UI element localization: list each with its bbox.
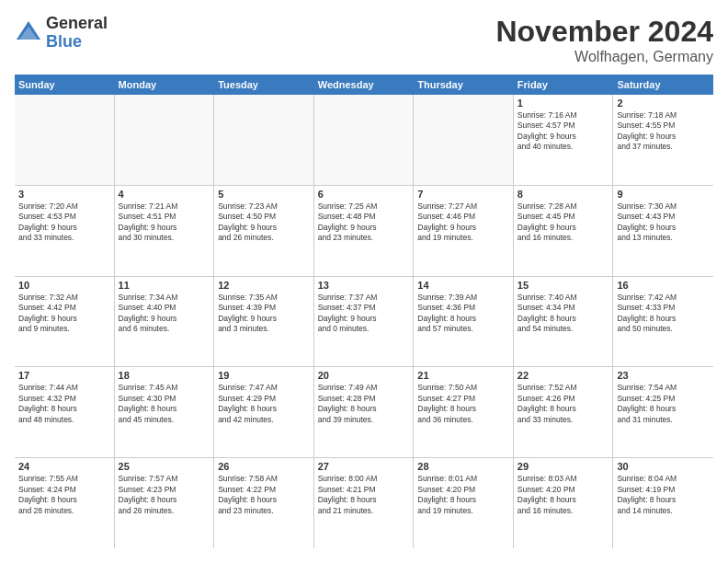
day-cell-25: 25Sunrise: 7:57 AM Sunset: 4:23 PM Dayli… <box>115 458 215 548</box>
day-cell-26: 26Sunrise: 7:58 AM Sunset: 4:22 PM Dayli… <box>214 458 314 548</box>
day-number: 30 <box>617 461 710 472</box>
day-number: 1 <box>518 98 609 109</box>
day-number: 27 <box>318 461 410 472</box>
empty-cell <box>214 95 314 185</box>
day-cell-22: 22Sunrise: 7:52 AM Sunset: 4:26 PM Dayli… <box>514 367 614 457</box>
week-1: 1Sunrise: 7:16 AM Sunset: 4:57 PM Daylig… <box>15 95 713 186</box>
day-cell-1: 1Sunrise: 7:16 AM Sunset: 4:57 PM Daylig… <box>514 95 614 185</box>
day-cell-9: 9Sunrise: 7:30 AM Sunset: 4:43 PM Daylig… <box>613 186 713 276</box>
calendar-body: 1Sunrise: 7:16 AM Sunset: 4:57 PM Daylig… <box>15 95 713 548</box>
header: General Blue November 2024 Wolfhagen, Ge… <box>15 15 713 65</box>
day-info: Sunrise: 8:00 AM Sunset: 4:21 PM Dayligh… <box>318 474 410 516</box>
day-number: 18 <box>119 370 210 381</box>
day-cell-29: 29Sunrise: 8:03 AM Sunset: 4:20 PM Dayli… <box>514 458 614 548</box>
header-day-sunday: Sunday <box>15 75 115 95</box>
day-info: Sunrise: 7:40 AM Sunset: 4:34 PM Dayligh… <box>518 293 609 335</box>
day-cell-10: 10Sunrise: 7:32 AM Sunset: 4:42 PM Dayli… <box>15 277 115 367</box>
day-info: Sunrise: 7:32 AM Sunset: 4:42 PM Dayligh… <box>18 293 110 335</box>
day-cell-5: 5Sunrise: 7:23 AM Sunset: 4:50 PM Daylig… <box>214 186 314 276</box>
header-day-wednesday: Wednesday <box>314 75 415 95</box>
day-number: 24 <box>18 461 110 472</box>
day-number: 19 <box>218 370 310 381</box>
day-cell-24: 24Sunrise: 7:55 AM Sunset: 4:24 PM Dayli… <box>15 458 115 548</box>
day-number: 14 <box>417 280 509 291</box>
day-info: Sunrise: 7:18 AM Sunset: 4:55 PM Dayligh… <box>617 110 710 153</box>
day-info: Sunrise: 7:44 AM Sunset: 4:32 PM Dayligh… <box>18 383 110 425</box>
header-day-tuesday: Tuesday <box>214 75 314 95</box>
day-info: Sunrise: 7:58 AM Sunset: 4:22 PM Dayligh… <box>218 474 310 516</box>
day-cell-2: 2Sunrise: 7:18 AM Sunset: 4:55 PM Daylig… <box>613 95 713 185</box>
day-cell-21: 21Sunrise: 7:50 AM Sunset: 4:27 PM Dayli… <box>414 367 514 457</box>
day-number: 12 <box>218 280 310 291</box>
day-info: Sunrise: 7:20 AM Sunset: 4:53 PM Dayligh… <box>18 201 110 244</box>
day-cell-8: 8Sunrise: 7:28 AM Sunset: 4:45 PM Daylig… <box>514 186 614 276</box>
day-cell-18: 18Sunrise: 7:45 AM Sunset: 4:30 PM Dayli… <box>115 367 215 457</box>
day-cell-23: 23Sunrise: 7:54 AM Sunset: 4:25 PM Dayli… <box>613 367 713 457</box>
logo-general: General <box>46 15 108 33</box>
day-info: Sunrise: 7:57 AM Sunset: 4:23 PM Dayligh… <box>119 474 210 516</box>
day-info: Sunrise: 7:30 AM Sunset: 4:43 PM Dayligh… <box>617 201 710 244</box>
day-cell-12: 12Sunrise: 7:35 AM Sunset: 4:39 PM Dayli… <box>214 277 314 367</box>
day-info: Sunrise: 7:42 AM Sunset: 4:33 PM Dayligh… <box>617 293 710 335</box>
day-info: Sunrise: 7:27 AM Sunset: 4:46 PM Dayligh… <box>417 201 509 244</box>
week-4: 17Sunrise: 7:44 AM Sunset: 4:32 PM Dayli… <box>15 367 713 458</box>
month-title: November 2024 <box>495 15 713 49</box>
day-info: Sunrise: 8:03 AM Sunset: 4:20 PM Dayligh… <box>518 474 609 516</box>
location: Wolfhagen, Germany <box>495 49 713 65</box>
day-info: Sunrise: 7:21 AM Sunset: 4:51 PM Dayligh… <box>119 201 210 244</box>
day-number: 22 <box>518 370 609 381</box>
day-cell-19: 19Sunrise: 7:47 AM Sunset: 4:29 PM Dayli… <box>214 367 314 457</box>
day-number: 28 <box>417 461 509 472</box>
day-number: 6 <box>318 189 410 200</box>
day-cell-15: 15Sunrise: 7:40 AM Sunset: 4:34 PM Dayli… <box>514 277 614 367</box>
header-day-thursday: Thursday <box>414 75 514 95</box>
day-cell-13: 13Sunrise: 7:37 AM Sunset: 4:37 PM Dayli… <box>314 277 415 367</box>
day-cell-6: 6Sunrise: 7:25 AM Sunset: 4:48 PM Daylig… <box>314 186 415 276</box>
day-info: Sunrise: 7:23 AM Sunset: 4:50 PM Dayligh… <box>218 201 310 244</box>
day-number: 20 <box>318 370 410 381</box>
day-number: 25 <box>119 461 210 472</box>
header-day-saturday: Saturday <box>613 75 713 95</box>
day-info: Sunrise: 7:35 AM Sunset: 4:39 PM Dayligh… <box>218 293 310 335</box>
day-number: 29 <box>518 461 609 472</box>
header-day-friday: Friday <box>514 75 614 95</box>
day-info: Sunrise: 7:55 AM Sunset: 4:24 PM Dayligh… <box>18 474 110 516</box>
day-info: Sunrise: 7:28 AM Sunset: 4:45 PM Dayligh… <box>518 201 609 244</box>
calendar: SundayMondayTuesdayWednesdayThursdayFrid… <box>15 75 713 548</box>
day-cell-11: 11Sunrise: 7:34 AM Sunset: 4:40 PM Dayli… <box>115 277 215 367</box>
day-info: Sunrise: 7:34 AM Sunset: 4:40 PM Dayligh… <box>119 293 210 335</box>
day-info: Sunrise: 8:01 AM Sunset: 4:20 PM Dayligh… <box>417 474 509 516</box>
day-number: 2 <box>617 98 710 109</box>
logo-text: General Blue <box>46 15 108 52</box>
empty-cell <box>15 95 115 185</box>
day-info: Sunrise: 8:04 AM Sunset: 4:19 PM Dayligh… <box>617 474 710 516</box>
day-info: Sunrise: 7:25 AM Sunset: 4:48 PM Dayligh… <box>318 201 410 244</box>
empty-cell <box>314 95 415 185</box>
day-number: 4 <box>119 189 210 200</box>
day-info: Sunrise: 7:39 AM Sunset: 4:36 PM Dayligh… <box>417 293 509 335</box>
day-number: 8 <box>518 189 609 200</box>
day-cell-27: 27Sunrise: 8:00 AM Sunset: 4:21 PM Dayli… <box>314 458 415 548</box>
day-number: 13 <box>318 280 410 291</box>
day-cell-17: 17Sunrise: 7:44 AM Sunset: 4:32 PM Dayli… <box>15 367 115 457</box>
header-day-monday: Monday <box>115 75 215 95</box>
day-number: 11 <box>119 280 210 291</box>
day-info: Sunrise: 7:54 AM Sunset: 4:25 PM Dayligh… <box>617 383 710 425</box>
week-3: 10Sunrise: 7:32 AM Sunset: 4:42 PM Dayli… <box>15 277 713 368</box>
day-cell-3: 3Sunrise: 7:20 AM Sunset: 4:53 PM Daylig… <box>15 186 115 276</box>
day-cell-4: 4Sunrise: 7:21 AM Sunset: 4:51 PM Daylig… <box>115 186 215 276</box>
day-info: Sunrise: 7:49 AM Sunset: 4:28 PM Dayligh… <box>318 383 410 425</box>
day-cell-20: 20Sunrise: 7:49 AM Sunset: 4:28 PM Dayli… <box>314 367 415 457</box>
day-number: 26 <box>218 461 310 472</box>
logo-blue: Blue <box>46 33 108 52</box>
day-info: Sunrise: 7:37 AM Sunset: 4:37 PM Dayligh… <box>318 293 410 335</box>
day-info: Sunrise: 7:45 AM Sunset: 4:30 PM Dayligh… <box>119 383 210 425</box>
day-number: 23 <box>617 370 710 381</box>
day-info: Sunrise: 7:16 AM Sunset: 4:57 PM Dayligh… <box>518 110 609 153</box>
day-cell-7: 7Sunrise: 7:27 AM Sunset: 4:46 PM Daylig… <box>414 186 514 276</box>
day-number: 3 <box>18 189 110 200</box>
day-cell-30: 30Sunrise: 8:04 AM Sunset: 4:19 PM Dayli… <box>613 458 713 548</box>
day-number: 15 <box>518 280 609 291</box>
day-cell-16: 16Sunrise: 7:42 AM Sunset: 4:33 PM Dayli… <box>613 277 713 367</box>
week-2: 3Sunrise: 7:20 AM Sunset: 4:53 PM Daylig… <box>15 186 713 277</box>
